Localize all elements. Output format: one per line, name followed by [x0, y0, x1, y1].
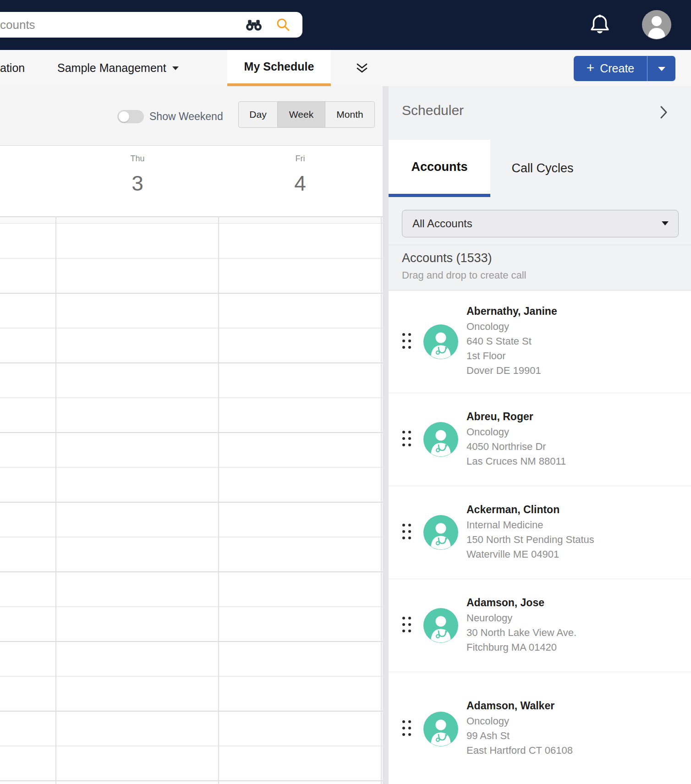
account-address: East Hartford CT 06108 — [466, 743, 573, 758]
account-address: 30 North Lake View Ave. — [466, 625, 576, 640]
day-header-thu[interactable]: Thu 3 — [69, 154, 206, 196]
drag-handle-icon[interactable] — [401, 522, 412, 543]
calendar-view-segmented-control: Day Week Month — [238, 101, 375, 128]
account-filter-select[interactable]: All Accounts — [402, 210, 679, 237]
doctor-avatar-icon — [423, 608, 458, 643]
doctor-avatar-icon — [423, 712, 458, 746]
search-icon[interactable] — [276, 17, 291, 32]
user-avatar[interactable] — [642, 10, 671, 39]
account-address: Waterville ME 04901 — [466, 547, 594, 562]
account-list-item[interactable]: Ackerman, Clinton Internal Medicine 150 … — [389, 486, 691, 579]
scheduler-panel: Scheduler Accounts Call Cycles All Accou… — [389, 86, 691, 784]
panel-collapse-chevron-right-icon[interactable] — [660, 105, 668, 119]
view-week-button[interactable]: Week — [278, 101, 325, 128]
nav-overflow-double-chevron-icon[interactable] — [353, 50, 371, 86]
accounts-list[interactable]: Abernathy, Janine Oncology 640 S State S… — [389, 290, 691, 784]
toggle-knob — [119, 111, 129, 122]
account-address: Las Cruces NM 88011 — [466, 454, 566, 469]
day-header-fri[interactable]: Fri 4 — [231, 154, 369, 196]
drag-handle-icon[interactable] — [401, 615, 412, 636]
nav-tab-sample-management[interactable]: Sample Management — [57, 50, 179, 86]
caret-down-icon — [657, 66, 666, 71]
all-day-row[interactable] — [0, 216, 383, 224]
account-specialty: Neurology — [466, 611, 576, 625]
account-specialty: Oncology — [466, 714, 573, 729]
notifications-bell-icon[interactable] — [588, 12, 611, 38]
account-address: 1st Floor — [466, 349, 557, 363]
account-address: 150 North St Pending Status — [466, 532, 594, 547]
primary-nav: ation Sample Management My Schedule + Cr… — [0, 50, 691, 86]
nav-tab-cut[interactable]: ation — [0, 50, 25, 86]
section-divider — [389, 245, 691, 245]
view-day-button[interactable]: Day — [238, 101, 278, 128]
grid-vline — [218, 216, 219, 784]
account-name: Abreu, Roger — [466, 411, 566, 423]
account-specialty: Oncology — [466, 425, 566, 439]
account-name: Adamson, Walker — [466, 700, 573, 712]
scheduler-tabs: Accounts Call Cycles — [389, 140, 691, 197]
account-list-item[interactable]: Abreu, Roger Oncology 4050 Northrise Dr … — [389, 393, 691, 486]
account-name: Ackerman, Clinton — [466, 504, 594, 516]
grid-vline — [55, 216, 56, 784]
account-name: Abernathy, Janine — [466, 305, 557, 318]
tab-call-cycles[interactable]: Call Cycles — [490, 140, 595, 197]
drag-handle-icon[interactable] — [401, 719, 412, 739]
account-address: Dover DE 19901 — [466, 363, 557, 378]
tab-accounts[interactable]: Accounts — [389, 140, 490, 197]
nav-tab-my-schedule[interactable]: My Schedule — [227, 50, 331, 86]
view-month-button[interactable]: Month — [325, 101, 375, 128]
calendar-toolbar: Show Weekend Day Week Month — [0, 86, 383, 146]
plus-icon: + — [587, 61, 595, 75]
account-list-item[interactable]: Adamson, Jose Neurology 30 North Lake Vi… — [389, 579, 691, 672]
panel-scrollbar-gutter[interactable] — [383, 86, 389, 784]
show-weekend-toggle[interactable] — [117, 110, 144, 123]
drag-handle-icon[interactable] — [401, 332, 412, 352]
accounts-count-heading: Accounts (1533) — [402, 251, 492, 265]
account-specialty: Oncology — [466, 319, 557, 334]
show-weekend-label: Show Weekend — [149, 110, 223, 123]
calendar-grid[interactable] — [0, 225, 383, 784]
create-dropdown-button[interactable] — [647, 56, 675, 81]
grid-vline — [381, 216, 382, 784]
account-list-item[interactable]: Adamson, Walker Oncology 99 Ash St East … — [389, 672, 691, 784]
account-address: 640 S State St — [466, 334, 557, 349]
create-split-button: + Create — [574, 56, 675, 81]
global-search-input[interactable]: counts — [0, 12, 302, 38]
account-address: Fitchburg MA 01420 — [466, 640, 576, 655]
search-input-text[interactable]: counts — [0, 18, 246, 32]
scheduler-title: Scheduler — [402, 103, 464, 118]
create-button[interactable]: + Create — [574, 56, 647, 81]
doctor-avatar-icon — [423, 515, 458, 550]
account-name: Adamson, Jose — [466, 597, 576, 609]
drag-handle-icon[interactable] — [401, 429, 412, 450]
week-calendar: Thu 3 Fri 4 — [0, 146, 383, 784]
doctor-avatar-icon — [423, 422, 458, 457]
doctor-avatar-icon — [423, 324, 458, 359]
account-list-item[interactable]: Abernathy, Janine Oncology 640 S State S… — [389, 291, 691, 393]
drag-drop-hint: Drag and drop to create call — [402, 269, 526, 281]
advanced-search-binoculars-icon[interactable] — [246, 18, 262, 31]
top-bar: counts — [0, 0, 691, 50]
caret-down-icon — [661, 219, 669, 228]
account-address: 4050 Northrise Dr — [466, 439, 566, 454]
chevron-down-icon — [172, 66, 179, 71]
account-specialty: Internal Medicine — [466, 518, 594, 532]
account-address: 99 Ash St — [466, 729, 573, 743]
